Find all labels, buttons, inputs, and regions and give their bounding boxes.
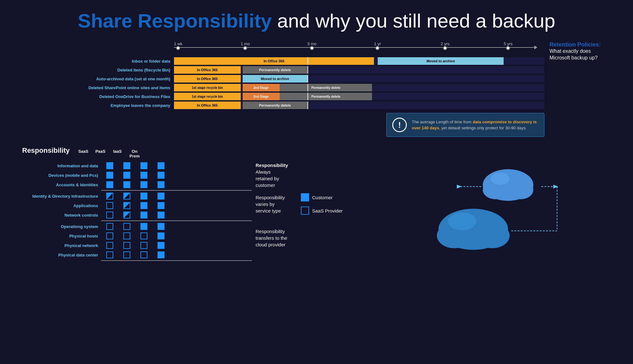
cell-filled [158, 172, 164, 179]
group-label-2: Responsibilityvaries by service type [256, 189, 288, 219]
cell-ph-iaas [135, 232, 152, 240]
resp-row-pdc: Physical data center [19, 250, 252, 260]
row-employee-label: Employee leaves the company [38, 103, 174, 108]
cell-pdc-paas [118, 251, 135, 259]
legend-customer-box [301, 193, 309, 201]
marker-1yr: 1 yr [374, 41, 381, 50]
marker-1wk-dot [176, 46, 180, 50]
cloud-bottom-group [437, 209, 510, 250]
cell-filled [140, 162, 147, 169]
marker-3mo-label: 3 mo [307, 41, 317, 46]
bar-od-stage2: 2nd Stage [243, 93, 280, 100]
cell-outline [106, 232, 113, 239]
cell-ph-paas [118, 232, 135, 240]
cell-outline [123, 242, 130, 249]
cell-half [106, 193, 113, 200]
bar-inbox-office365: In Office 365 [174, 57, 374, 65]
cell-pn-onprem [152, 241, 170, 250]
resp-row-os: Operationg system [19, 222, 252, 231]
cell-ph-saas [101, 232, 118, 240]
page-container: Share Responsibility and why you still n… [0, 0, 633, 364]
cell-filled [140, 223, 147, 230]
marker-1wk-label: 1 wk [174, 41, 183, 46]
bar-sp-perm: Permanently delete [280, 84, 372, 91]
resp-cells-pnet [101, 241, 170, 250]
bar-od-stage1: 1st stage recycle bin [174, 93, 241, 100]
cell-acc-saas [101, 181, 118, 189]
cloud-diagram [377, 146, 614, 262]
cell-infodata-onprem [152, 162, 170, 170]
resp-label-phosts: Physical hosts [19, 234, 101, 238]
cell-app-iaas [135, 201, 152, 210]
row-sharepoint-bars: 1st stage recycle bin 2nd Stage Permanen… [174, 84, 544, 91]
cell-filled [158, 232, 164, 239]
cell-filled [158, 212, 164, 219]
bar-deleted-office365: In Office 365 [174, 66, 241, 74]
legend-customer: Customer [301, 193, 377, 201]
resp-row-accounts: Accounts & Identities [19, 180, 252, 189]
resp-cells-network [101, 211, 170, 219]
divider-2 [101, 220, 252, 221]
col-saas: SaaS [75, 149, 92, 158]
cell-dev-iaas [135, 171, 152, 179]
resp-row-infodata: Information and data [19, 161, 252, 170]
row-sharepoint-label: Deleted SharePoint online sites and item… [38, 85, 174, 90]
marker-1mo-dot [243, 46, 247, 50]
resp-body: Information and data Devices (mobile and… [19, 161, 288, 262]
cell-ph-onprem [152, 232, 170, 240]
row-autoarchived-bars: In Office 365 Moved to archive [174, 75, 544, 83]
resp-group-labels: ResponsibilityAlways retained by custome… [252, 161, 288, 262]
resp-label-identity: Identity & Directory infrastructure [19, 194, 101, 199]
cloud-svg [432, 163, 559, 251]
bottom-section: Responsibility SaaS PaaS IaaS On Prem In… [19, 146, 614, 262]
marker-1yr-dot [375, 46, 379, 50]
cell-filled [140, 172, 147, 179]
cell-infodata-paas [118, 162, 135, 170]
cell-pn-iaas [135, 241, 152, 250]
resp-cells-phosts [101, 232, 170, 240]
cell-dev-saas [101, 171, 118, 179]
row-onedrive-bars: 1st stage recycle bin 2nd Stage Permanen… [174, 93, 544, 100]
row-employee-bars: In Office 365 Permanently delete [174, 102, 544, 109]
cell-acc-iaas [135, 181, 152, 189]
group-label-1: ResponsibilityAlways retained by custome… [256, 161, 288, 189]
timeline-arrow [534, 46, 537, 49]
marker-5yrs-label: 5 yrs [504, 41, 512, 46]
resp-row-phosts: Physical hosts [19, 231, 252, 241]
cell-outline [140, 242, 147, 249]
cell-filled [123, 172, 130, 179]
cell-filled [106, 181, 113, 188]
resp-row-network: Network controls [19, 210, 252, 220]
resp-label-devices: Devices (mobile and Pcs) [19, 173, 101, 178]
cell-app-saas [101, 201, 118, 210]
cell-net-onprem [152, 211, 170, 219]
cell-filled [158, 251, 164, 258]
marker-5yrs: 5 yrs [504, 41, 512, 50]
cell-filled [140, 193, 147, 200]
cell-id-paas [118, 192, 135, 200]
cell-app-paas [118, 201, 135, 210]
cell-outline [140, 232, 147, 239]
resp-cells-applications [101, 201, 170, 210]
resp-row-applications: Applications [19, 201, 252, 210]
resp-cells-infodata [101, 162, 170, 170]
cloud-top-bottom [486, 183, 530, 199]
resp-col-headers: SaaS PaaS IaaS On Prem [75, 149, 143, 158]
marker-3mo: 3 mo [307, 41, 317, 50]
resp-cells-devices [101, 171, 170, 179]
row-autoarchived: Auto-archived data (set at one month) In… [38, 74, 544, 83]
cell-outline [106, 223, 113, 230]
legend-saas-provider: SaaS Provider [301, 207, 377, 215]
col-paas: PaaS [92, 149, 109, 158]
bar-auto-office365: In Office 365 [174, 75, 241, 83]
separator [307, 66, 308, 74]
resp-label-pnet: Physical network [19, 243, 101, 248]
cloud-bottom-highlight [448, 213, 476, 230]
cell-outline [123, 223, 130, 230]
title-section: Share Responsibility and why you still n… [19, 9, 614, 32]
row-deleted-bars: In Office 365 Permanently delete [174, 66, 544, 74]
retention-policies-title: Retention Policies: [549, 41, 614, 48]
resp-row-identity: Identity & Directory infrastructure [19, 191, 252, 201]
cell-dev-paas [118, 171, 135, 179]
legend-customer-label: Customer [312, 195, 333, 200]
